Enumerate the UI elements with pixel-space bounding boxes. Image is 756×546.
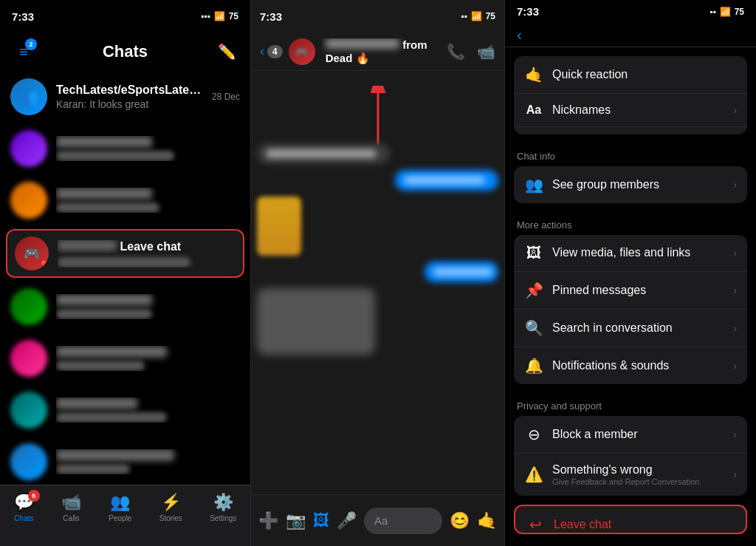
quick-reaction-item[interactable]: 🤙 Quick reaction — [514, 56, 747, 94]
message-bubble — [395, 170, 498, 191]
view-media-item[interactable]: 🖼 View media, files and links › — [514, 235, 747, 272]
nav-people[interactable]: 👥 People — [109, 493, 131, 522]
signal-icon: ▪▪ — [461, 11, 467, 21]
add-button[interactable]: ➕ — [258, 511, 278, 530]
back-button[interactable]: ‹ — [260, 44, 264, 59]
search-item[interactable]: 🔍 Search in conversation › — [514, 310, 747, 347]
list-item[interactable]: 👥 TechLatest/eSportsLatest Team Karan: I… — [0, 71, 250, 123]
compose-icon: ✏️ — [218, 43, 236, 61]
block-icon: ⊖ — [524, 426, 543, 443]
right-status-icons: ▪▪ 📶 75 — [709, 7, 744, 17]
nav-calls[interactable]: 📹 Calls — [61, 493, 81, 522]
calls-nav-icon: 📹 — [61, 493, 81, 512]
signal-icon: ▪▪▪ — [201, 11, 210, 21]
leave-chat-card[interactable]: ↩ Leave chat — [514, 505, 747, 534]
phone-button[interactable]: 📞 — [447, 43, 465, 61]
mic-button[interactable]: 🎤 — [337, 511, 357, 530]
middle-panel: 7:33 ▪▪ 📶 75 ‹ 4 🎮 from Dead 🔥 📞 📹 — [251, 0, 505, 546]
list-item[interactable] — [0, 281, 250, 332]
right-back-button[interactable]: ‹ — [517, 27, 522, 44]
stories-nav-icon: ⚡ — [161, 493, 181, 512]
nicknames-item[interactable]: Aa Nicknames › — [514, 94, 747, 127]
word-effects-item[interactable]: ✨ Word effects › — [514, 127, 747, 134]
avatar — [10, 182, 47, 219]
menu-button[interactable]: ≡ 2 — [12, 40, 35, 64]
right-time: 7:33 — [517, 5, 539, 18]
list-item[interactable] — [0, 123, 250, 174]
message-bubble — [257, 143, 390, 164]
settings-nav-icon: ⚙️ — [213, 493, 233, 512]
nav-calls-label: Calls — [63, 514, 79, 522]
chat-info — [56, 397, 240, 423]
chat-preview — [56, 202, 159, 213]
view-media-label: View media, files and links — [552, 246, 724, 259]
nav-chats[interactable]: 💬 Chats 6 — [14, 493, 34, 522]
group-members-icon: 👥 — [524, 176, 543, 194]
pinned-messages-icon: 📌 — [524, 281, 543, 299]
nav-stories-label: Stories — [159, 514, 182, 522]
signal-icon: ▪▪ — [709, 7, 716, 17]
chat-name — [56, 397, 137, 409]
emoji-button[interactable]: 😊 — [450, 511, 470, 530]
chat-info-label: Chat info — [505, 146, 756, 166]
search-icon: 🔍 — [524, 319, 543, 337]
left-status-bar: 7:33 ▪▪▪ 📶 75 — [0, 0, 250, 33]
chevron-icon: › — [733, 429, 737, 440]
list-item-from-dead[interactable]: 🎮 📍 Leave chat — [6, 229, 244, 278]
table-row — [257, 170, 498, 191]
chat-preview — [56, 412, 167, 423]
leave-chat-icon: ↩ — [526, 516, 545, 533]
battery-icon: 75 — [229, 11, 238, 21]
chat-name — [56, 346, 167, 358]
compose-button[interactable]: ✏️ — [215, 40, 238, 64]
wave-button[interactable]: 🤙 — [477, 511, 497, 530]
avatar — [10, 288, 47, 325]
pinned-messages-item[interactable]: 📌 Pinned messages › — [514, 272, 747, 310]
chevron-icon: › — [733, 468, 737, 480]
wifi-icon: 📶 — [471, 11, 482, 21]
see-group-members-item[interactable]: 👥 See group members › — [514, 166, 747, 203]
right-panel: 7:33 ▪▪ 📶 75 ‹ 🤙 Quick reaction Aa Nickn… — [505, 0, 756, 546]
chat-info: Leave chat — [58, 240, 236, 267]
conv-footer: ➕ 📷 🖼 🎤 Aa 😊 🤙 — [251, 494, 504, 546]
gallery-button[interactable]: 🖼 — [313, 511, 329, 530]
something-wrong-item[interactable]: ⚠️ Something's wrong Give Feedback and R… — [514, 454, 747, 496]
avatar — [10, 130, 47, 167]
nav-settings-label: Settings — [210, 514, 236, 522]
right-status-bar: 7:33 ▪▪ 📶 75 — [505, 0, 756, 24]
avatar — [10, 443, 47, 480]
conv-avatar[interactable]: 🎮 — [289, 38, 315, 65]
quick-reaction-icon: 🤙 — [524, 66, 543, 83]
block-member-item[interactable]: ⊖ Block a member › — [514, 416, 747, 454]
battery-icon: 75 — [486, 11, 495, 21]
list-item[interactable] — [0, 436, 250, 485]
chat-info — [56, 136, 240, 161]
notifications-item[interactable]: 🔔 Notifications & sounds › — [514, 347, 747, 384]
nav-people-label: People — [109, 514, 131, 522]
people-nav-icon: 👥 — [110, 493, 130, 512]
from-dead-label: Leave chat — [120, 240, 181, 253]
leave-chat-item[interactable]: ↩ Leave chat — [515, 506, 746, 534]
camera-button[interactable]: 📷 — [286, 511, 306, 530]
chat-info — [56, 449, 240, 474]
nav-settings[interactable]: ⚙️ Settings — [210, 493, 236, 522]
message-input[interactable]: Aa — [364, 508, 442, 534]
list-item[interactable] — [0, 384, 250, 436]
something-wrong-sub: Give Feedback and Report Conversation — [552, 477, 724, 486]
nav-chats-label: Chats — [14, 514, 33, 522]
more-actions-card: 🖼 View media, files and links › 📌 Pinned… — [514, 235, 747, 384]
notifications-label: Notifications & sounds — [552, 359, 724, 372]
table-row — [257, 288, 498, 355]
chat-list: 👥 TechLatest/eSportsLatest Team Karan: I… — [0, 71, 250, 485]
conv-name-blurred — [326, 38, 399, 49]
media-block — [257, 288, 375, 355]
nav-stories[interactable]: ⚡ Stories — [159, 493, 182, 522]
blurred-name-part — [58, 240, 117, 250]
list-item[interactable] — [0, 174, 250, 226]
wifi-icon: 📶 — [214, 11, 225, 21]
chats-title: Chats — [103, 42, 148, 61]
left-panel: 7:33 ▪▪▪ 📶 75 ≡ 2 Chats ✏️ 👥 TechLatest/… — [0, 0, 251, 546]
list-item[interactable] — [0, 332, 250, 384]
video-button[interactable]: 📹 — [477, 43, 495, 61]
chat-info-card: 👥 See group members › — [514, 166, 747, 203]
